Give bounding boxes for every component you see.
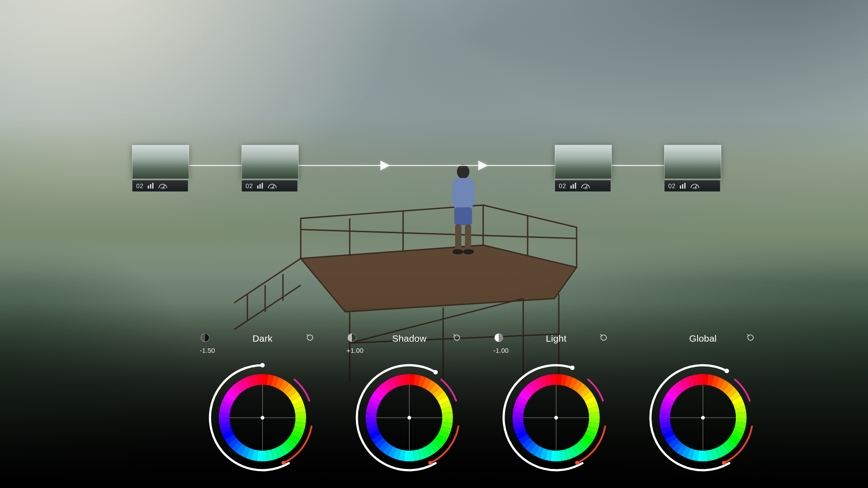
- color-node[interactable]: 02 HDR: [132, 145, 188, 192]
- svg-text:HDR: HDR: [692, 187, 697, 190]
- bars-icon: [147, 183, 154, 189]
- reset-icon[interactable]: [746, 333, 755, 344]
- svg-rect-48: [347, 333, 352, 342]
- reset-icon[interactable]: [599, 333, 608, 344]
- exposure-arc-handle-icon[interactable]: [433, 370, 438, 375]
- bars-icon: [570, 183, 577, 189]
- svg-rect-35: [680, 186, 681, 189]
- svg-rect-43: [205, 333, 210, 342]
- zone-light-icon[interactable]: [494, 333, 503, 344]
- svg-text:HDR: HDR: [270, 187, 275, 190]
- hdr-color-wheels-panel: Dark -1.50: [198, 332, 767, 476]
- svg-rect-27: [262, 183, 263, 189]
- svg-rect-25: [257, 186, 258, 189]
- zone-label: Light: [546, 333, 567, 344]
- wheel-header: Light: [492, 332, 621, 345]
- svg-text:HDR: HDR: [583, 187, 588, 190]
- zone-value: [637, 347, 769, 355]
- wheel-center-indicator-icon[interactable]: [408, 416, 411, 419]
- wheel-center-indicator-icon[interactable]: [701, 416, 705, 419]
- svg-rect-21: [150, 184, 151, 189]
- node-index-label: 02: [136, 182, 144, 190]
- node-index-label: 02: [668, 182, 676, 190]
- hdr-gauge-icon: HDR: [690, 183, 700, 189]
- svg-rect-22: [152, 183, 153, 189]
- hdr-gauge-icon: HDR: [267, 183, 277, 189]
- zone-label: Global: [689, 333, 717, 344]
- svg-rect-55: [499, 333, 503, 342]
- node-thumbnail[interactable]: [664, 145, 721, 179]
- node-index-label: 02: [559, 182, 566, 190]
- color-wheel[interactable]: [351, 360, 467, 476]
- zone-dark-icon[interactable]: [201, 333, 210, 344]
- node-footer: 02 HDR: [242, 180, 298, 192]
- color-wheel-light: Light -1.00: [492, 332, 621, 476]
- color-wheel-global: Global: [638, 332, 767, 476]
- hdr-gauge-icon: HDR: [581, 183, 590, 189]
- wheel-center-indicator-icon[interactable]: [554, 416, 558, 419]
- svg-rect-54: [494, 333, 499, 342]
- hdr-gauge-icon: HDR: [158, 183, 168, 189]
- zone-label: Shadow: [392, 333, 426, 344]
- svg-rect-31: [573, 184, 574, 189]
- wheel-center-indicator-icon[interactable]: [261, 416, 264, 419]
- svg-rect-42: [201, 333, 205, 342]
- saturation-arc-handle-icon[interactable]: [428, 461, 432, 465]
- svg-rect-32: [575, 183, 576, 189]
- bars-icon: [679, 183, 686, 189]
- bars-icon: [257, 183, 264, 189]
- svg-text:HDR: HDR: [160, 187, 165, 190]
- node-footer: 02 HDR: [664, 180, 720, 192]
- svg-rect-30: [570, 186, 572, 189]
- color-wheel-shadow: Shadow +1.00: [345, 332, 474, 476]
- reset-icon[interactable]: [306, 333, 315, 344]
- exposure-arc-handle-icon[interactable]: [570, 366, 574, 370]
- svg-rect-26: [259, 184, 261, 189]
- zone-value: -1.50: [196, 347, 329, 355]
- svg-rect-36: [682, 184, 683, 189]
- saturation-arc-handle-icon[interactable]: [722, 461, 726, 465]
- color-wheel[interactable]: [498, 360, 614, 476]
- color-wheel[interactable]: [205, 360, 320, 476]
- wheel-header: Dark: [198, 332, 327, 345]
- color-wheel-dark: Dark -1.50: [198, 332, 327, 476]
- wheel-header: Shadow: [345, 332, 474, 345]
- node-thumbnail[interactable]: [242, 145, 299, 179]
- exposure-arc-handle-icon[interactable]: [725, 369, 729, 373]
- saturation-arc-handle-icon[interactable]: [282, 461, 286, 465]
- color-node[interactable]: 02 HDR: [664, 145, 720, 192]
- color-wheel[interactable]: [645, 360, 761, 476]
- exposure-arc-handle-icon[interactable]: [260, 363, 265, 367]
- zone-shadow-icon[interactable]: [347, 333, 356, 344]
- wheel-header: Global: [638, 332, 767, 345]
- node-thumbnail[interactable]: [132, 145, 189, 179]
- svg-rect-37: [684, 183, 686, 189]
- svg-rect-20: [148, 186, 149, 189]
- zone-value: -1.00: [490, 347, 622, 355]
- node-footer: 02 HDR: [555, 180, 611, 192]
- svg-rect-49: [352, 333, 356, 342]
- saturation-arc-handle-icon[interactable]: [575, 461, 579, 465]
- color-node[interactable]: 02 HDR: [242, 145, 298, 192]
- zone-value: +1.00: [343, 347, 476, 355]
- node-thumbnail[interactable]: [555, 145, 612, 179]
- node-index-label: 02: [246, 182, 253, 190]
- node-footer: 02 HDR: [132, 180, 188, 192]
- reset-icon[interactable]: [452, 333, 461, 344]
- color-node[interactable]: 02 HDR: [555, 145, 611, 192]
- zone-label: Dark: [252, 333, 272, 344]
